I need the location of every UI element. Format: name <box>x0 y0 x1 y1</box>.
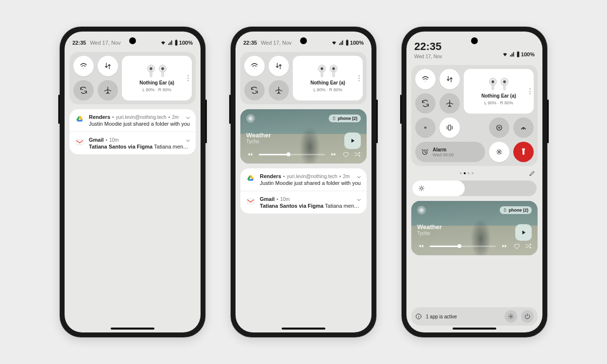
svg-rect-18 <box>333 117 335 120</box>
settings-button[interactable] <box>505 310 517 323</box>
svg-rect-21 <box>518 51 519 52</box>
power-button[interactable] <box>521 310 534 323</box>
home-indicator[interactable] <box>111 328 154 330</box>
wifi-icon <box>331 40 337 46</box>
next-icon[interactable] <box>330 151 337 157</box>
gmail-icon <box>246 197 255 206</box>
camera-punch-hole <box>471 37 478 44</box>
page-dots-icon <box>358 75 360 82</box>
data-toggle[interactable] <box>269 56 289 76</box>
seek-slider[interactable] <box>430 246 496 247</box>
play-button[interactable] <box>344 132 361 149</box>
media-player-card[interactable]: phone (2) Weather Tycho <box>411 201 538 255</box>
output-chip[interactable]: phone (2) <box>329 115 361 122</box>
notification-stack: Renders • yuri.levin@nothing.tech • 2m J… <box>69 109 196 154</box>
svg-rect-1 <box>176 40 177 40</box>
hotspot-toggle[interactable] <box>513 117 534 138</box>
output-chip[interactable]: phone (2) <box>500 206 532 214</box>
vibrate-toggle[interactable] <box>439 117 460 138</box>
spotify-icon[interactable] <box>246 114 255 123</box>
home-indicator[interactable] <box>282 328 325 330</box>
home-indicator[interactable] <box>453 328 496 330</box>
data-toggle[interactable] <box>98 56 118 76</box>
chevron-down-icon[interactable] <box>185 138 191 144</box>
notification-gmail[interactable]: Gmail • 10m Tatiana Santos via Figma Tat… <box>69 132 196 154</box>
edit-icon[interactable] <box>529 170 536 177</box>
flashlight-toggle[interactable] <box>513 142 534 162</box>
notification-renders[interactable]: Renders •yuri.levin@nothing.tech •2m Jus… <box>240 168 367 191</box>
camera-punch-hole <box>129 37 136 44</box>
next-icon[interactable] <box>501 243 508 249</box>
play-button[interactable] <box>515 224 532 241</box>
heart-icon[interactable] <box>342 151 349 158</box>
notif-age: 10m <box>280 197 289 202</box>
earbuds-battery: L 90% · R 80% <box>484 100 513 105</box>
dnd-toggle[interactable] <box>415 117 436 138</box>
notification-renders[interactable]: Renders • yuri.levin@nothing.tech • 2m J… <box>69 109 196 132</box>
heart-icon[interactable] <box>513 243 520 249</box>
status-date: Wed 17, Nov <box>414 54 442 59</box>
status-time: 22:35 <box>414 40 441 53</box>
notif-body: Tatiana Santos via Figma Tatiana mention… <box>89 144 190 149</box>
svg-point-3 <box>150 67 152 70</box>
airplane-toggle[interactable] <box>98 80 118 100</box>
rotate-toggle[interactable] <box>244 80 265 100</box>
spotify-icon[interactable] <box>417 206 426 215</box>
notification-gmail[interactable]: Gmail •10m Tatiana Santos via Figma Tati… <box>240 191 367 214</box>
notif-meta: yuri.levin@nothing.tech <box>287 174 337 179</box>
wifi-toggle[interactable] <box>73 56 94 76</box>
airplane-toggle[interactable] <box>269 80 289 100</box>
shuffle-icon[interactable] <box>525 243 532 249</box>
status-time: 22:35 <box>72 40 86 46</box>
notif-app: Gmail <box>89 137 104 143</box>
rotate-toggle[interactable] <box>415 93 436 114</box>
gmail-icon <box>75 138 84 147</box>
chevron-down-icon[interactable] <box>185 115 191 121</box>
location-toggle[interactable] <box>489 117 509 138</box>
status-date: Wed 17, Nov <box>261 40 291 46</box>
notif-age: 10m <box>109 137 118 143</box>
wifi-toggle[interactable] <box>415 69 436 89</box>
svg-rect-27 <box>504 84 506 90</box>
wifi-toggle[interactable] <box>244 56 265 76</box>
svg-rect-9 <box>346 40 349 46</box>
shuffle-icon[interactable] <box>354 151 361 158</box>
svg-point-23 <box>491 80 494 83</box>
earbuds-icon <box>316 65 339 78</box>
drive-icon <box>75 115 84 124</box>
svg-point-34 <box>498 151 500 152</box>
active-apps-label[interactable]: 1 app is active <box>426 314 501 319</box>
glyph-toggle[interactable] <box>489 142 509 162</box>
quick-settings-tray: Nothing Ear (a) L 90% · R 80% <box>240 52 367 104</box>
earbuds-card[interactable]: Nothing Ear (a) L 90% · R 80% <box>122 56 192 100</box>
svg-point-30 <box>497 125 502 131</box>
svg-rect-10 <box>347 40 348 40</box>
data-toggle[interactable] <box>439 69 460 89</box>
earbuds-card[interactable]: Nothing Ear (a) L 90% · R 80% <box>293 56 363 100</box>
earbuds-icon <box>487 78 510 91</box>
media-artist: Tycho <box>246 139 361 144</box>
previous-icon[interactable] <box>417 243 425 249</box>
earbuds-battery: L 90% · R 80% <box>313 87 342 92</box>
media-title: Weather <box>417 223 532 231</box>
earbuds-card[interactable]: Nothing Ear (a) L 90% · R 80% <box>464 69 534 114</box>
media-player-card[interactable]: phone (2) Weather Tycho <box>240 109 367 164</box>
alarm-sub: Wed 08:00 <box>433 152 454 157</box>
signal-icon <box>509 51 515 57</box>
chevron-down-icon[interactable] <box>356 197 362 203</box>
seek-slider[interactable] <box>259 154 325 155</box>
drive-icon <box>246 174 255 183</box>
rotate-toggle[interactable] <box>73 80 94 100</box>
svg-point-35 <box>421 187 423 190</box>
svg-rect-8 <box>76 140 83 145</box>
phone-mockup-2: 22:35 Wed 17, Nov 100% <box>231 27 376 337</box>
earbuds-name: Nothing Ear (a) <box>310 80 345 85</box>
brightness-slider[interactable] <box>412 181 537 196</box>
media-title: Weather <box>246 132 361 139</box>
wifi-icon <box>160 40 167 46</box>
page-dots-icon <box>187 75 189 82</box>
chevron-down-icon[interactable] <box>356 174 362 180</box>
alarm-tile[interactable]: Alarm Wed 08:00 <box>415 142 485 162</box>
previous-icon[interactable] <box>246 151 254 157</box>
airplane-toggle[interactable] <box>439 93 460 114</box>
